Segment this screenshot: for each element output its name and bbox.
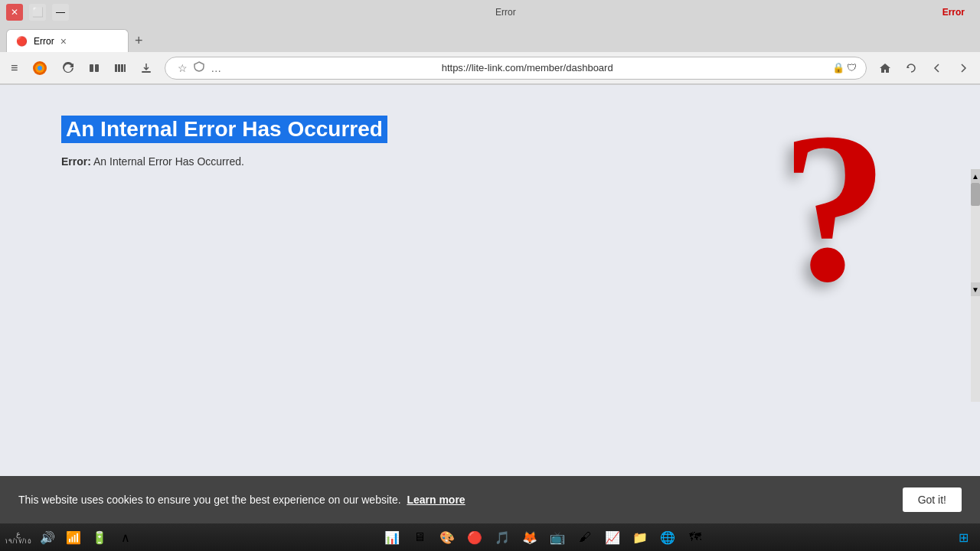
taskbar-arrow-item[interactable]: ∧ (113, 526, 138, 549)
error-detail: An Internal Error Has Occurred. (93, 155, 244, 168)
arabic-text: ع (16, 530, 21, 538)
shield-protect-icon: 🛡 (847, 62, 857, 73)
sound-icon: 🔊 (40, 530, 55, 545)
tab-bar: 🔴 Error × + (0, 24, 980, 52)
taskbar-chart-icon: 📊 (384, 530, 400, 545)
got-it-button[interactable]: Got it! (903, 487, 962, 512)
nav-forward-button[interactable] (952, 59, 974, 77)
taskbar-app-1[interactable]: 📊 (380, 526, 404, 549)
more-icon[interactable]: … (207, 62, 224, 74)
tab-icon: 🔴 (16, 36, 28, 47)
question-mark-graphic: ? (781, 100, 888, 315)
scrollbar-up-button[interactable]: ▲ (971, 169, 980, 183)
library-button[interactable] (109, 59, 131, 77)
time-text: ١٩/١٧/١٥ (5, 538, 31, 546)
taskbar-battery-item[interactable]: 🔋 (87, 526, 112, 549)
taskbar-analytics-icon: 📈 (605, 530, 620, 545)
taskbar-app-3[interactable]: 🎨 (435, 526, 459, 549)
taskbar-app-4[interactable]: 🔴 (462, 526, 487, 549)
signal-icon: 📶 (66, 530, 81, 545)
address-input[interactable] (224, 62, 830, 73)
svg-rect-8 (124, 64, 126, 72)
scrollbar-thumb[interactable] (971, 183, 980, 206)
nav-back-button[interactable] (926, 59, 948, 77)
svg-rect-7 (121, 64, 123, 72)
taskbar-app-2[interactable]: 🖥 (407, 526, 432, 549)
taskbar-app-12[interactable]: 🗺 (683, 526, 707, 549)
learn-more-link[interactable]: Learn more (407, 494, 465, 506)
new-tab-button[interactable]: + (129, 29, 149, 52)
cookie-banner: This website uses cookies to ensure you … (0, 476, 980, 523)
taskbar-firefox-icon: 🦊 (522, 530, 537, 545)
taskbar-photoshop-icon: 🎨 (439, 530, 455, 545)
taskbar-windows-start[interactable]: ⊞ (949, 526, 977, 549)
library-icon (114, 62, 126, 74)
menu-button[interactable]: ≡ (6, 58, 22, 78)
window-close-button[interactable]: ✕ (6, 4, 23, 21)
refresh-button[interactable] (57, 59, 79, 77)
taskbar-app-9[interactable]: 📈 (600, 526, 625, 549)
bookmark-star-icon[interactable]: ☆ (175, 62, 191, 74)
toolbar: ≡ (0, 52, 980, 84)
taskbar-app-6[interactable]: 🦊 (518, 526, 542, 549)
firefox-icon (31, 60, 48, 77)
cookie-message: This website uses cookies to ensure you … (18, 494, 903, 506)
taskbar-ie-icon: 🌐 (660, 530, 675, 545)
home-button[interactable] (874, 59, 896, 77)
active-tab[interactable]: 🔴 Error × (6, 29, 129, 52)
battery-icon: 🔋 (92, 530, 107, 545)
reading-mode-button[interactable] (83, 59, 105, 77)
taskbar-files-icon: 📁 (632, 530, 648, 545)
pocket-icon[interactable] (191, 61, 207, 74)
windows-icon: ⊞ (959, 530, 969, 545)
taskbar-media-icon: 🎵 (495, 530, 510, 545)
taskbar-chrome-icon: 🔴 (467, 530, 482, 545)
scrollbar[interactable]: ▲ ▼ (971, 169, 980, 402)
firefox-icon-button[interactable] (27, 57, 53, 80)
taskbar-app-10[interactable]: 📁 (628, 526, 652, 549)
taskbar-app-8[interactable]: 🖌 (573, 526, 597, 549)
refresh-icon (62, 62, 74, 74)
scrollbar-down-button[interactable]: ▼ (971, 282, 980, 296)
taskbar-app-7[interactable]: 📺 (545, 526, 570, 549)
svg-rect-4 (95, 64, 99, 72)
download-icon (140, 62, 152, 74)
download-button[interactable] (136, 59, 157, 77)
back-button[interactable] (900, 59, 922, 77)
error-label: Error: (61, 155, 91, 168)
error-heading: An Internal Error Has Occurred (61, 116, 387, 143)
taskbar-signal-item[interactable]: 📶 (61, 526, 86, 549)
taskbar-start-area: ع ١٩/١٧/١٥ (3, 526, 34, 549)
taskbar-sound-icon-item[interactable]: 🔊 (35, 526, 60, 549)
lock-icon: 🔒 (832, 62, 844, 73)
window-minimize-button[interactable]: — (52, 4, 69, 21)
tab-label: Error (34, 36, 54, 47)
taskbar-monitor-icon: 🖥 (413, 530, 426, 544)
page-content: An Internal Error Has Occurred Error: An… (0, 85, 980, 477)
svg-rect-3 (90, 64, 93, 72)
arrow-up-icon: ∧ (121, 530, 130, 545)
taskbar-editor-icon: 🖌 (579, 530, 591, 544)
title-bar: ✕ ⬜ — Error Error (0, 0, 980, 24)
reload-icon (905, 62, 917, 74)
home-icon (879, 62, 891, 74)
taskbar-app-5[interactable]: 🎵 (490, 526, 514, 549)
tab-close-button[interactable]: × (60, 35, 67, 47)
back-arrow-icon (931, 62, 943, 74)
error-tab-indicator: Error (942, 7, 974, 18)
pocket-icon-svg (194, 61, 204, 72)
reading-mode-icon (88, 62, 100, 74)
taskbar: ع ١٩/١٧/١٥ 🔊 📶 🔋 ∧ 📊 🖥 🎨 🔴 🎵 🦊 (0, 523, 980, 551)
svg-rect-5 (115, 64, 117, 72)
forward-arrow-icon (957, 62, 969, 74)
taskbar-app-11[interactable]: 🌐 (655, 526, 680, 549)
address-bar-container: ☆ … 🔒 🛡 (165, 57, 867, 80)
svg-rect-9 (142, 71, 151, 73)
svg-rect-6 (118, 64, 120, 72)
svg-point-2 (38, 66, 42, 70)
taskbar-maps-icon: 🗺 (689, 530, 701, 544)
window-tab-icon-button[interactable]: ⬜ (29, 4, 46, 21)
taskbar-video-icon: 📺 (550, 530, 565, 545)
window-title: Error (75, 7, 936, 18)
